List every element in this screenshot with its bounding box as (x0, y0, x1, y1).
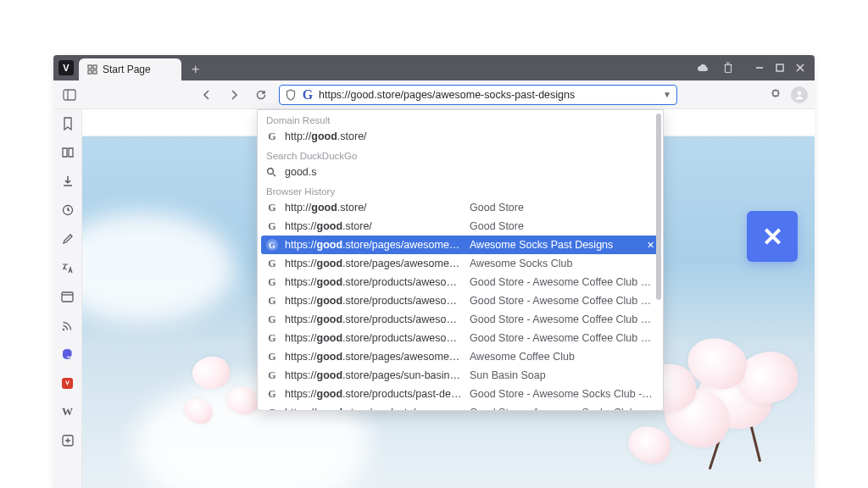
maximize-button[interactable] (776, 64, 784, 72)
vivaldi-panel-icon[interactable] (58, 374, 77, 392)
suggestion-history-11[interactable]: Ghttps://good.store/products/awesome-so.… (258, 403, 663, 411)
favicon-g-icon: G (266, 258, 278, 270)
suggestion-title: Good Store (470, 202, 654, 214)
forward-button[interactable] (225, 86, 243, 104)
app-menu-button[interactable]: V (58, 60, 74, 75)
side-panel: W (53, 109, 82, 488)
close-callout-badge: ✕ (747, 211, 798, 262)
titlebar-icons (686, 59, 745, 76)
suggestion-history-10[interactable]: Ghttps://good.store/products/past-design… (258, 385, 663, 403)
tab-start-page[interactable]: Start Page (79, 58, 181, 80)
suggestion-history-4[interactable]: Ghttps://good.store/products/awesomecof.… (258, 273, 663, 291)
suggestion-title: Awesome Coffee Club (470, 351, 654, 363)
mastodon-panel-icon[interactable] (58, 345, 77, 363)
sync-cloud-icon[interactable] (694, 59, 711, 76)
window-controls (745, 64, 815, 72)
browser-window: V Start Page + (53, 55, 815, 488)
section-label-search: Search DuckDuckGo (258, 146, 663, 163)
suggestion-title: Good Store - Awesome Coffee Club - Oct..… (470, 332, 654, 344)
notes-panel-icon[interactable] (58, 230, 77, 248)
reading-list-icon[interactable] (58, 143, 77, 162)
scrollbar-thumb[interactable] (656, 114, 661, 300)
minimize-button[interactable] (755, 64, 764, 72)
svg-rect-10 (62, 378, 73, 389)
suggestion-url: https://good.store/products/past-designs… (285, 388, 463, 400)
suggestion-history-6[interactable]: Ghttps://good.store/products/awesomecof.… (258, 310, 663, 329)
reload-button[interactable] (252, 86, 270, 104)
suggestion-url: https://good.store/pages/awesome-socks..… (285, 239, 463, 251)
suggestion-url: http://good.store/ (285, 130, 463, 142)
suggestion-domain[interactable]: G http://good.store/ (258, 127, 663, 146)
history-panel-icon[interactable] (58, 201, 77, 219)
shield-icon[interactable] (285, 89, 297, 101)
suggestion-history-1[interactable]: Ghttps://good.store/Good Store (258, 217, 663, 236)
back-button[interactable] (198, 86, 216, 104)
app-badge-letter: V (63, 63, 69, 73)
suggestion-url: https://good.store/pages/sun-basin-soap (285, 369, 463, 381)
address-bar[interactable]: G ▼ (279, 85, 677, 105)
suggestion-title: Good Store - Awesome Coffee Club - Caly.… (470, 295, 654, 307)
suggestion-url: https://good.store/products/awesomecof..… (285, 313, 463, 325)
suggestion-url: https://good.store/products/awesomecof..… (285, 276, 463, 288)
bookmarks-panel-icon[interactable] (58, 114, 77, 133)
url-input[interactable] (319, 89, 658, 101)
wikipedia-panel-icon[interactable]: W (58, 402, 77, 421)
suggestion-url: https://good.store/pages/awesome-coffee (285, 351, 463, 363)
titlebar: V Start Page + (53, 55, 815, 80)
suggestion-history-0[interactable]: Ghttp://good.store/Good Store (258, 198, 663, 217)
favicon-g-icon: G (266, 407, 278, 412)
suggestion-title: Good Store - Awesome Coffee Club - Oct..… (470, 313, 654, 325)
suggestion-history-9[interactable]: Ghttps://good.store/pages/sun-basin-soap… (258, 366, 663, 385)
downloads-panel-icon[interactable] (58, 172, 77, 191)
favicon-g-icon: G (266, 295, 278, 308)
suggestion-url: https://good.store/ (285, 220, 463, 232)
suggestion-title: Awesome Socks Club (470, 258, 654, 269)
translate-panel-icon[interactable] (58, 258, 77, 277)
feeds-panel-icon[interactable] (58, 316, 77, 335)
svg-rect-1 (93, 65, 97, 69)
svg-point-6 (798, 91, 802, 95)
suggestion-title: Good Store (470, 220, 654, 232)
trash-icon[interactable] (720, 59, 737, 76)
suggestion-history-8[interactable]: Ghttps://good.store/pages/awesome-coffee… (258, 347, 663, 366)
suggestion-url: https://good.store/pages/awesome-socks (285, 258, 463, 269)
panel-toggle-icon[interactable] (60, 86, 79, 104)
suggestion-url: https://good.store/products/awesome-so..… (285, 407, 463, 411)
suggestion-history-5[interactable]: Ghttps://good.store/products/awesomecof.… (258, 291, 663, 310)
svg-rect-8 (62, 292, 73, 302)
svg-rect-0 (88, 65, 92, 69)
extensions-icon[interactable] (769, 88, 782, 102)
svg-point-13 (268, 169, 274, 175)
add-panel-icon[interactable] (58, 431, 77, 450)
address-dropdown-toggle[interactable]: ▼ (663, 90, 671, 99)
suggestion-title: Good Store - Awesome Socks Club - Past .… (470, 388, 654, 400)
suggestion-title: Good Store - Awesome Socks Club - Subs..… (470, 407, 654, 411)
suggestion-title: Sun Basin Soap (470, 369, 654, 381)
section-label-history: Browser History (258, 181, 663, 198)
profile-avatar[interactable] (791, 86, 808, 103)
suggestion-history-3[interactable]: Ghttps://good.store/pages/awesome-socksA… (258, 254, 663, 273)
svg-point-9 (63, 328, 64, 330)
suggestion-history-2[interactable]: Ghttps://good.store/pages/awesome-socks.… (261, 236, 659, 254)
window-panel-icon[interactable] (58, 287, 77, 306)
close-button[interactable] (796, 64, 804, 72)
new-tab-button[interactable]: + (185, 58, 207, 80)
suggestion-url: https://good.store/products/awesomecof..… (285, 295, 463, 307)
favicon-g-icon: G (266, 313, 278, 326)
suggestion-history-7[interactable]: Ghttps://good.store/products/awesomecof.… (258, 329, 663, 347)
close-x-icon: ✕ (762, 222, 783, 252)
site-favicon: G (302, 89, 314, 101)
favicon-g-icon: G (266, 220, 278, 233)
svg-rect-5 (64, 90, 75, 100)
search-icon (266, 167, 278, 177)
dropdown-scrollbar[interactable] (656, 114, 661, 407)
suggestion-url: https://good.store/products/awesomecof..… (285, 332, 463, 344)
favicon-g-icon: G (266, 130, 278, 143)
speed-dial-icon (87, 64, 97, 75)
suggestion-title: Awesome Socks Past Designs (470, 239, 640, 251)
delete-suggestion-icon[interactable]: ✕ (647, 240, 654, 251)
suggestion-search[interactable]: good.s (258, 163, 663, 181)
svg-rect-2 (88, 70, 92, 74)
svg-rect-3 (93, 70, 97, 74)
favicon-g-icon: G (266, 276, 278, 289)
